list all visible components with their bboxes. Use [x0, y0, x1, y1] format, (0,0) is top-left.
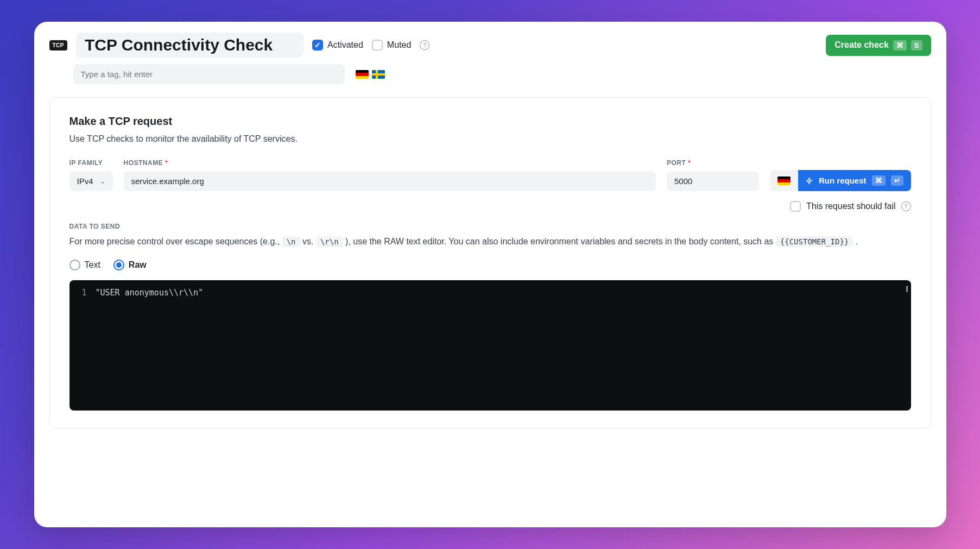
data-to-send-description: For more precise control over escape seq…	[69, 235, 911, 249]
kbd-s-icon: S	[911, 40, 922, 51]
code-editor[interactable]: 1 "USER anonymous\\r\\n"	[69, 280, 911, 411]
ip-family-select[interactable]: IPv4 ⌄	[69, 171, 113, 191]
bolt-icon	[806, 177, 813, 185]
code-inline: {{CUSTOMER_ID}}	[776, 236, 853, 247]
check-title-input[interactable]	[76, 33, 304, 58]
radio-raw-label: Raw	[129, 260, 147, 270]
radio-raw[interactable]: Raw	[113, 260, 147, 270]
muted-label: Muted	[387, 40, 411, 50]
should-fail-row: This request should fail ?	[69, 201, 911, 212]
request-panel: Make a TCP request Use TCP checks to mon…	[49, 97, 931, 428]
help-icon[interactable]: ?	[420, 40, 429, 50]
scrollbar[interactable]	[906, 286, 908, 292]
location-flags	[356, 70, 385, 79]
run-request-label: Run request	[819, 176, 867, 185]
kbd-cmd-icon: ⌘	[893, 40, 907, 51]
help-icon[interactable]: ?	[901, 201, 911, 211]
chevron-down-icon: ⌄	[100, 178, 105, 185]
tag-input[interactable]	[73, 64, 345, 84]
line-number: 1	[78, 288, 87, 298]
form-row: IP FAMILY IPv4 ⌄ HOSTNAME * PORT *	[69, 159, 911, 191]
line-content[interactable]: "USER anonymous\\r\\n"	[96, 288, 204, 298]
flag-sweden-icon[interactable]	[372, 70, 385, 79]
panel-description: Use TCP checks to monitor the availabili…	[69, 134, 911, 144]
flag-germany-icon	[777, 176, 791, 185]
run-location-button[interactable]	[770, 170, 798, 191]
muted-toggle[interactable]: Muted	[372, 40, 411, 51]
port-input[interactable]	[667, 171, 759, 191]
ip-family-label: IP FAMILY	[69, 159, 113, 167]
create-check-label: Create check	[834, 40, 889, 50]
editor-mode-radios: Text Raw	[69, 260, 911, 270]
radio-text-button[interactable]	[69, 260, 80, 270]
editor-line: 1 "USER anonymous\\r\\n"	[78, 288, 902, 298]
hostname-group: HOSTNAME *	[124, 159, 656, 191]
tcp-badge: TCP	[49, 40, 68, 51]
should-fail-checkbox[interactable]	[790, 201, 801, 212]
activated-label: Activated	[327, 40, 363, 50]
should-fail-label: This request should fail	[806, 201, 896, 211]
panel-title: Make a TCP request	[69, 115, 911, 128]
ip-family-value: IPv4	[77, 176, 93, 186]
ip-family-group: IP FAMILY IPv4 ⌄	[69, 159, 113, 191]
sub-header-row	[73, 64, 931, 84]
create-check-button[interactable]: Create check ⌘ S	[826, 35, 931, 56]
activated-checkbox[interactable]	[312, 40, 323, 51]
activated-toggle[interactable]: Activated	[312, 40, 363, 51]
hostname-input[interactable]	[124, 171, 656, 191]
data-to-send-label: DATA TO SEND	[69, 223, 911, 230]
run-group: Run request ⌘ ↵	[770, 170, 911, 191]
port-label: PORT *	[667, 159, 759, 167]
radio-text-label: Text	[85, 260, 100, 270]
kbd-cmd-icon: ⌘	[872, 175, 886, 186]
radio-text[interactable]: Text	[69, 260, 100, 270]
code-inline: \r\n	[316, 236, 343, 247]
hostname-label: HOSTNAME *	[124, 159, 656, 167]
port-group: PORT *	[667, 159, 759, 191]
run-request-button[interactable]: Run request ⌘ ↵	[798, 170, 911, 191]
flag-germany-icon[interactable]	[356, 70, 369, 79]
main-card: TCP Activated Muted ? Create check ⌘ S M…	[34, 22, 946, 527]
code-inline: \n	[282, 236, 300, 247]
header-row: TCP Activated Muted ? Create check ⌘ S	[49, 33, 931, 58]
kbd-enter-icon: ↵	[891, 175, 903, 186]
muted-checkbox[interactable]	[372, 40, 383, 51]
radio-raw-button[interactable]	[113, 260, 124, 270]
